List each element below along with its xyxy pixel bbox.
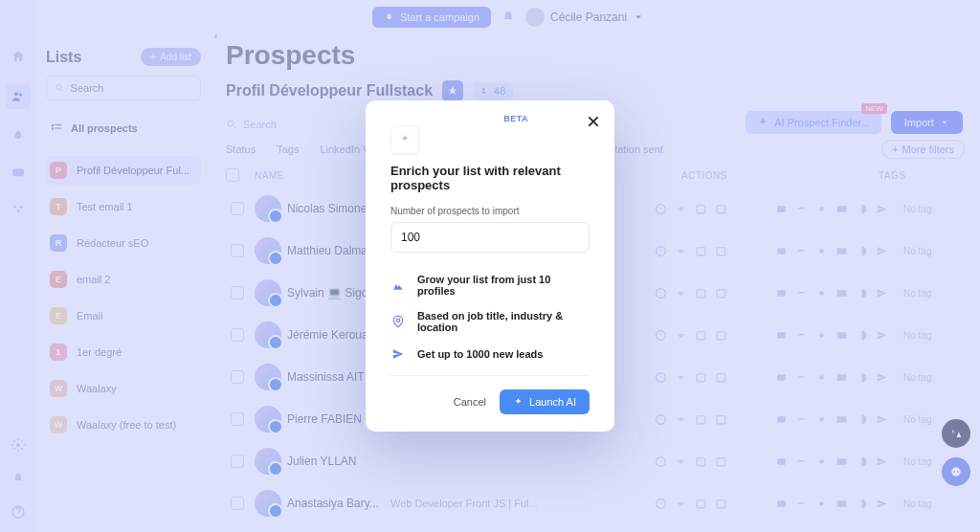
feature-text: Grow your list from just 10 profiles (417, 274, 590, 297)
input-label: Number of prospects to import (390, 206, 590, 216)
launch-ai-button[interactable]: Launch AI (500, 389, 590, 414)
beta-badge: BETA (503, 114, 528, 123)
modal-heading: Enrich your list with relevant prospects (390, 164, 590, 192)
modal-feature: Grow your list from just 10 profiles (390, 274, 590, 297)
feature-icon (390, 346, 406, 362)
close-icon (586, 114, 601, 129)
spark-box (390, 125, 419, 154)
sparkle-icon (398, 133, 412, 146)
feature-icon (390, 277, 406, 293)
modal-feature: Based on job title, industry & location (390, 310, 590, 333)
ai-enrich-modal: BETA Enrich your list with relevant pros… (366, 100, 614, 432)
launch-label: Launch AI (529, 396, 576, 408)
sparkle-icon (513, 397, 523, 408)
cancel-button[interactable]: Cancel (454, 396, 486, 408)
svg-point-63 (396, 319, 400, 322)
feature-text: Based on job title, industry & location (417, 310, 590, 333)
prospect-count-input[interactable] (390, 222, 590, 253)
close-button[interactable] (584, 112, 603, 131)
feature-text: Get up to 1000 new leads (417, 348, 543, 360)
feature-icon (390, 314, 406, 329)
modal-feature: Get up to 1000 new leads (390, 346, 590, 362)
